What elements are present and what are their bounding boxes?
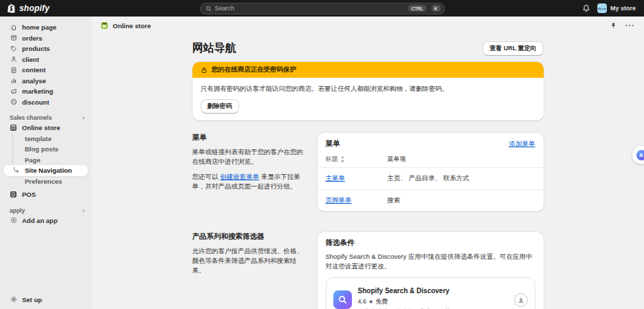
sidebar: home page orders products client content…	[0, 17, 91, 309]
remove-password-button[interactable]: 删除密码	[201, 99, 239, 114]
sidebar-item-page[interactable]: Page	[0, 155, 91, 166]
sales-channels-header[interactable]: Sales channels ›	[0, 113, 91, 122]
menu-table-header: 标题 菜单项	[318, 153, 544, 167]
app-rating-row: 4.6 ★ 免费	[358, 297, 508, 306]
pos-icon	[10, 191, 17, 198]
sidebar-item-client[interactable]: client	[0, 54, 91, 65]
filters-card: 筛选条件 Shopify Search & Discovery 应用中现在提供筛…	[318, 232, 544, 309]
sidebar-item-set-up[interactable]: Set up	[0, 295, 91, 306]
online-store-icon	[10, 124, 17, 131]
sidebar-item-preferences[interactable]: Preferences	[0, 176, 91, 187]
sidebar-item-site-navigation[interactable]: Site Navigation	[3, 165, 88, 176]
pin-icon[interactable]	[610, 22, 617, 30]
topbar: shopify Search CTRL K My stor My store	[0, 0, 644, 17]
account-menu[interactable]: My stor My store	[597, 3, 636, 13]
online-store-subitems: template Blog posts Page Site Navigation…	[0, 134, 91, 187]
chart-icon	[10, 77, 17, 85]
sidebar-item-label: Set up	[22, 296, 42, 303]
filters-desc: 允许您的客户按产品供货情况、价格、颜色等条件来筛选产品系列和搜索结果。	[192, 246, 308, 275]
table-row[interactable]: 页脚菜单 搜索	[318, 189, 544, 211]
menu-items-cell: 主页、 产品目录、 联系方式	[388, 174, 535, 183]
sidekick-orb-icon: A	[636, 150, 644, 160]
apps-header[interactable]: apply ›	[0, 206, 91, 215]
filters-card-desc: Shopify Search & Discovery 应用中现在提供筛选条件设置…	[326, 252, 535, 271]
filters-section: 产品系列和搜索筛选器 允许您的客户按产品供货情况、价格、颜色等条件来筛选产品系列…	[192, 232, 544, 309]
password-protection-banner: 您的在线商店正在受密码保护 只有拥有密码的访客才能访问您的商店。若要让任何人都能…	[192, 62, 544, 120]
store-name: My store	[610, 5, 636, 12]
chevron-right-icon: ›	[82, 114, 85, 121]
sidebar-item-online-store[interactable]: Online store	[0, 122, 91, 134]
sidebar-item-analyse[interactable]: analyse	[0, 76, 91, 87]
sidebar-item-label: analyse	[22, 77, 46, 85]
install-app-button[interactable]	[514, 293, 528, 307]
star-icon: ★	[368, 299, 373, 305]
sidebar-item-blog-posts[interactable]: Blog posts	[0, 144, 91, 155]
search-discovery-app-icon	[333, 290, 352, 309]
tree-hook-icon	[13, 167, 19, 173]
menus-section: 菜单 菜单或链接列表有助于您的客户在您的在线商店中进行浏览。 您还可以 创建嵌套…	[192, 133, 544, 211]
main-content: Online store ··· 网站导航 查看 URL 重定向 您的在线商店正…	[91, 17, 644, 309]
content-header: Online store ···	[91, 17, 644, 34]
sidebar-item-label: Online store	[22, 124, 60, 131]
lock-icon	[201, 67, 208, 74]
channel-label: Online store	[113, 22, 151, 30]
sidebar-item-label: home page	[22, 23, 56, 31]
sidebar-item-add-an-app[interactable]: Add an app	[0, 215, 91, 226]
tag-icon	[10, 45, 17, 52]
sort-icon	[340, 156, 345, 162]
app-name: Shopify Search & Discovery	[358, 287, 449, 295]
sidebar-item-label: products	[22, 45, 50, 52]
menus-desc2: 您还可以 创建嵌套菜单 来显示下拉菜单，并对产品或页面一起进行分组。	[192, 172, 308, 191]
filters-card-title: 筛选条件	[326, 238, 535, 248]
shortcut-k-badge: K	[432, 5, 441, 12]
file-icon	[10, 66, 17, 74]
channel-breadcrumb[interactable]: Online store	[100, 21, 151, 30]
app-card[interactable]: Shopify Search & Discovery 4.6 ★ 免费 自定义搜…	[326, 277, 535, 309]
sidebar-item-orders[interactable]: orders	[0, 33, 91, 44]
column-menu-items: 菜单项	[388, 155, 535, 164]
sidebar-item-label: marketing	[22, 87, 53, 95]
menus-heading: 菜单	[192, 133, 308, 142]
table-row[interactable]: 主菜单 主页、 产品目录、 联系方式	[318, 167, 544, 189]
online-store-green-icon	[100, 21, 109, 30]
sidebar-item-marketing[interactable]: marketing	[0, 86, 91, 97]
footer-menu-link[interactable]: 页脚菜单	[326, 196, 352, 205]
menu-items-cell: 搜索	[388, 196, 535, 205]
page-title: 网站导航	[192, 41, 236, 56]
sidebar-item-pos[interactable]: POS	[0, 189, 91, 200]
sidebar-item-label: orders	[22, 34, 43, 42]
more-actions-icon[interactable]: ···	[625, 21, 635, 30]
sidebar-item-label: client	[22, 56, 39, 63]
sidebar-item-label: discount	[22, 98, 49, 106]
notifications-bell-icon[interactable]	[582, 4, 590, 12]
banner-body-text: 只有拥有密码的访客才能访问您的商店。若要让任何人都能浏览和购物，请删除密码。	[201, 84, 535, 93]
orders-icon	[10, 34, 17, 42]
sidebar-item-label: POS	[22, 191, 36, 198]
person-icon	[10, 56, 17, 63]
sidebar-item-label: Add an app	[22, 217, 58, 224]
search-placeholder: Search	[215, 5, 403, 12]
search-input[interactable]: Search CTRL K	[200, 3, 445, 14]
store-avatar: My stor	[597, 3, 607, 13]
sidebar-item-products[interactable]: products	[0, 43, 91, 54]
sidebar-item-content[interactable]: content	[0, 65, 91, 76]
shopify-logo[interactable]: shopify	[7, 3, 49, 13]
add-menu-link[interactable]: 添加菜单	[509, 140, 535, 149]
chevron-right-icon: ›	[82, 207, 85, 214]
sidekick-assistant-button[interactable]: A	[632, 146, 644, 164]
logo-text: shopify	[19, 3, 49, 13]
menus-desc1: 菜单或链接列表有助于您的客户在您的在线商店中进行浏览。	[192, 147, 308, 167]
column-title[interactable]: 标题	[326, 155, 388, 164]
view-url-redirects-button[interactable]: 查看 URL 重定向	[482, 41, 543, 56]
filters-heading: 产品系列和搜索筛选器	[192, 232, 308, 242]
create-nested-menu-link[interactable]: 创建嵌套菜单	[220, 173, 259, 180]
sidebar-item-template[interactable]: template	[0, 134, 91, 145]
plus-circle-icon	[10, 217, 17, 224]
banner-title: 您的在线商店正在受密码保护	[212, 65, 297, 74]
main-menu-link[interactable]: 主菜单	[326, 174, 346, 183]
shopify-bag-icon	[7, 3, 16, 13]
megaphone-icon	[10, 87, 17, 95]
app-rating: 4.6	[358, 298, 367, 305]
sidebar-item-home[interactable]: home page	[0, 22, 91, 33]
sidebar-item-discount[interactable]: discount	[0, 97, 91, 108]
